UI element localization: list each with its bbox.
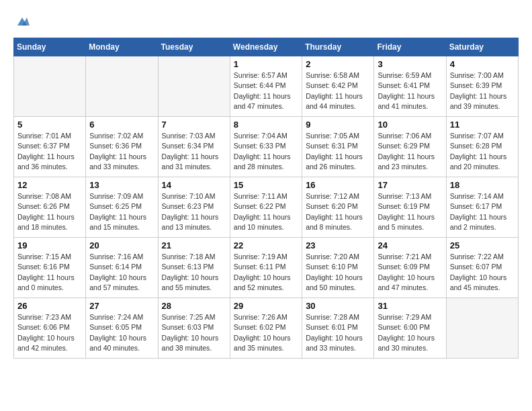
day-info: Sunrise: 7:08 AMSunset: 6:26 PMDaylight:… [17,191,82,232]
day-info: Sunrise: 7:15 AMSunset: 6:16 PMDaylight:… [17,252,82,293]
day-info: Sunrise: 7:12 AMSunset: 6:20 PMDaylight:… [306,191,370,232]
day-info: Sunrise: 7:13 AMSunset: 6:19 PMDaylight:… [378,191,442,232]
calendar-cell [446,298,518,359]
day-info: Sunrise: 7:28 AMSunset: 6:01 PMDaylight:… [306,312,370,353]
day-header-thursday: Thursday [302,38,374,56]
calendar-cell: 14Sunrise: 7:10 AMSunset: 6:23 PMDayligh… [158,177,230,238]
day-info: Sunrise: 7:00 AMSunset: 6:39 PMDaylight:… [450,71,515,111]
day-header-sunday: Sunday [14,38,86,56]
day-info: Sunrise: 7:19 AMSunset: 6:11 PMDaylight:… [234,252,298,293]
day-number: 5 [17,120,82,130]
calendar-cell: 31Sunrise: 7:29 AMSunset: 6:00 PMDayligh… [374,298,446,359]
calendar-cell: 28Sunrise: 7:25 AMSunset: 6:03 PMDayligh… [158,298,230,359]
day-number: 22 [234,240,298,250]
calendar-cell: 7Sunrise: 7:03 AMSunset: 6:34 PMDaylight… [158,117,230,177]
day-number: 11 [450,120,515,130]
day-number: 19 [17,240,82,250]
day-number: 7 [162,120,226,130]
day-info: Sunrise: 7:09 AMSunset: 6:25 PMDaylight:… [89,191,154,232]
day-info: Sunrise: 7:14 AMSunset: 6:17 PMDaylight:… [450,191,515,232]
calendar-week-2: 5Sunrise: 7:01 AMSunset: 6:37 PMDaylight… [14,117,519,177]
day-number: 14 [162,180,226,190]
day-number: 26 [17,301,82,311]
day-number: 13 [89,180,154,190]
calendar-header-row: SundayMondayTuesdayWednesdayThursdayFrid… [14,38,519,56]
calendar-cell: 11Sunrise: 7:07 AMSunset: 6:28 PMDayligh… [446,117,518,177]
calendar-cell: 13Sunrise: 7:09 AMSunset: 6:25 PMDayligh… [86,177,158,238]
day-info: Sunrise: 7:22 AMSunset: 6:07 PMDaylight:… [450,252,515,293]
day-info: Sunrise: 7:03 AMSunset: 6:34 PMDaylight:… [162,131,226,172]
calendar-cell: 3Sunrise: 6:59 AMSunset: 6:41 PMDaylight… [374,56,446,117]
calendar-cell: 1Sunrise: 6:57 AMSunset: 6:44 PMDaylight… [230,56,302,117]
calendar-table: SundayMondayTuesdayWednesdayThursdayFrid… [13,38,519,359]
day-number: 29 [234,301,298,311]
day-number: 1 [234,59,298,69]
day-header-friday: Friday [374,38,446,56]
calendar-cell: 20Sunrise: 7:16 AMSunset: 6:14 PMDayligh… [86,238,158,298]
day-number: 20 [89,240,154,250]
calendar-cell: 16Sunrise: 7:12 AMSunset: 6:20 PMDayligh… [302,177,374,238]
page-header [13,13,519,27]
calendar-week-1: 1Sunrise: 6:57 AMSunset: 6:44 PMDaylight… [14,56,519,117]
calendar-cell: 8Sunrise: 7:04 AMSunset: 6:33 PMDaylight… [230,117,302,177]
day-info: Sunrise: 6:58 AMSunset: 6:42 PMDaylight:… [306,71,370,111]
logo-text [13,13,30,30]
day-info: Sunrise: 6:59 AMSunset: 6:41 PMDaylight:… [378,71,442,111]
calendar-cell: 22Sunrise: 7:19 AMSunset: 6:11 PMDayligh… [230,238,302,298]
day-number: 27 [89,301,154,311]
day-number: 2 [306,59,370,69]
day-number: 15 [234,180,298,190]
calendar-week-3: 12Sunrise: 7:08 AMSunset: 6:26 PMDayligh… [14,177,519,238]
calendar-cell [86,56,158,117]
calendar-cell: 27Sunrise: 7:24 AMSunset: 6:05 PMDayligh… [86,298,158,359]
day-number: 8 [234,120,298,130]
day-number: 12 [17,180,82,190]
day-info: Sunrise: 7:06 AMSunset: 6:29 PMDaylight:… [378,131,442,172]
calendar-cell: 4Sunrise: 7:00 AMSunset: 6:39 PMDaylight… [446,56,518,117]
calendar-cell: 21Sunrise: 7:18 AMSunset: 6:13 PMDayligh… [158,238,230,298]
day-info: Sunrise: 7:05 AMSunset: 6:31 PMDaylight:… [306,131,370,172]
day-info: Sunrise: 7:26 AMSunset: 6:02 PMDaylight:… [234,312,298,353]
calendar-cell [158,56,230,117]
calendar-cell: 26Sunrise: 7:23 AMSunset: 6:06 PMDayligh… [14,298,86,359]
day-number: 17 [378,180,442,190]
day-info: Sunrise: 7:23 AMSunset: 6:06 PMDaylight:… [17,312,82,353]
day-info: Sunrise: 7:18 AMSunset: 6:13 PMDaylight:… [162,252,226,293]
day-info: Sunrise: 7:21 AMSunset: 6:09 PMDaylight:… [378,252,442,293]
calendar-cell: 18Sunrise: 7:14 AMSunset: 6:17 PMDayligh… [446,177,518,238]
day-number: 18 [450,180,515,190]
day-header-wednesday: Wednesday [230,38,302,56]
calendar-cell: 17Sunrise: 7:13 AMSunset: 6:19 PMDayligh… [374,177,446,238]
day-header-monday: Monday [86,38,158,56]
day-info: Sunrise: 6:57 AMSunset: 6:44 PMDaylight:… [234,71,298,111]
day-number: 30 [306,301,370,311]
day-info: Sunrise: 7:24 AMSunset: 6:05 PMDaylight:… [89,312,154,353]
day-info: Sunrise: 7:07 AMSunset: 6:28 PMDaylight:… [450,131,515,172]
day-number: 24 [378,240,442,250]
calendar-week-5: 26Sunrise: 7:23 AMSunset: 6:06 PMDayligh… [14,298,519,359]
day-number: 4 [450,59,515,69]
day-number: 9 [306,120,370,130]
calendar-cell: 15Sunrise: 7:11 AMSunset: 6:22 PMDayligh… [230,177,302,238]
day-number: 16 [306,180,370,190]
day-info: Sunrise: 7:11 AMSunset: 6:22 PMDaylight:… [234,191,298,232]
calendar-cell: 10Sunrise: 7:06 AMSunset: 6:29 PMDayligh… [374,117,446,177]
calendar-cell: 25Sunrise: 7:22 AMSunset: 6:07 PMDayligh… [446,238,518,298]
day-number: 31 [378,301,442,311]
day-info: Sunrise: 7:10 AMSunset: 6:23 PMDaylight:… [162,191,226,232]
calendar-cell: 9Sunrise: 7:05 AMSunset: 6:31 PMDaylight… [302,117,374,177]
day-number: 28 [162,301,226,311]
day-number: 21 [162,240,226,250]
calendar-cell: 29Sunrise: 7:26 AMSunset: 6:02 PMDayligh… [230,298,302,359]
day-info: Sunrise: 7:01 AMSunset: 6:37 PMDaylight:… [17,131,82,172]
calendar-cell: 12Sunrise: 7:08 AMSunset: 6:26 PMDayligh… [14,177,86,238]
day-info: Sunrise: 7:29 AMSunset: 6:00 PMDaylight:… [378,312,442,353]
calendar-cell: 30Sunrise: 7:28 AMSunset: 6:01 PMDayligh… [302,298,374,359]
day-info: Sunrise: 7:20 AMSunset: 6:10 PMDaylight:… [306,252,370,293]
day-info: Sunrise: 7:16 AMSunset: 6:14 PMDaylight:… [89,252,154,293]
calendar-cell: 24Sunrise: 7:21 AMSunset: 6:09 PMDayligh… [374,238,446,298]
day-number: 23 [306,240,370,250]
day-header-tuesday: Tuesday [158,38,230,56]
calendar-cell: 5Sunrise: 7:01 AMSunset: 6:37 PMDaylight… [14,117,86,177]
calendar-cell: 6Sunrise: 7:02 AMSunset: 6:36 PMDaylight… [86,117,158,177]
